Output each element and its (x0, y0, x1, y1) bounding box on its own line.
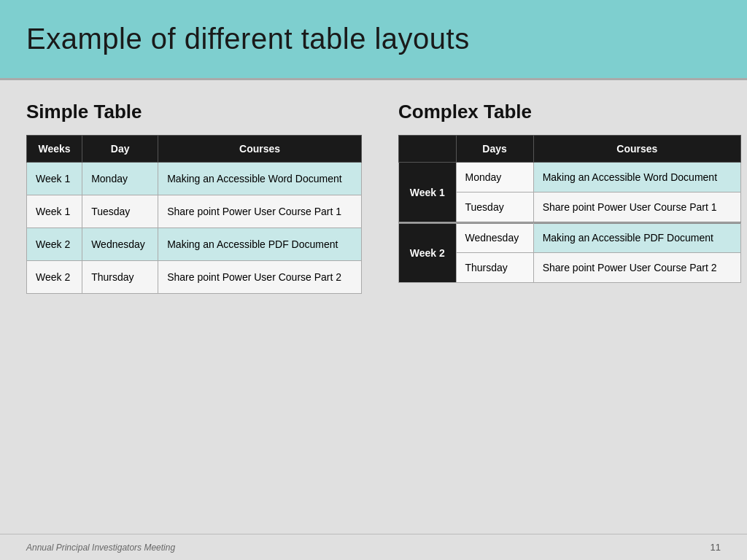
complex-col-empty (399, 136, 457, 163)
complex-table-header-row: Days Courses (399, 136, 741, 163)
table-cell: Making an Accessible PDF Document (158, 228, 362, 261)
table-cell: Week 1 (27, 163, 82, 195)
table-cell: Week 2 (27, 228, 82, 261)
table-cell: Thursday (82, 261, 158, 294)
table-cell: Share point Power User Course Part 2 (158, 261, 362, 294)
slide-title: Example of different table layouts (26, 23, 470, 55)
complex-week-cell: Week 1 (399, 163, 457, 223)
table-row: Week 2WednesdayMaking an Accessible PDF … (399, 223, 741, 253)
complex-col-courses: Courses (533, 136, 740, 163)
complex-table-section: Complex Table Days Courses Week 1MondayM… (398, 101, 741, 526)
table-cell: Tuesday (82, 195, 158, 228)
complex-table: Days Courses Week 1MondayMaking an Acces… (398, 135, 741, 283)
complex-course-cell: Making an Accessible PDF Document (533, 223, 740, 253)
complex-day-cell: Thursday (456, 253, 533, 283)
slide-header: Example of different table layouts (0, 0, 747, 80)
table-cell: Share point Power User Course Part 1 (158, 195, 362, 228)
complex-course-cell: Share point Power User Course Part 2 (533, 253, 740, 283)
complex-week-cell: Week 2 (399, 223, 457, 283)
table-row: Week 1TuesdayShare point Power User Cour… (27, 195, 362, 228)
slide-footer: Annual Principal Investigators Meeting 1… (0, 534, 747, 560)
complex-table-title: Complex Table (398, 101, 741, 123)
complex-course-cell: Making an Accessible Word Document (533, 163, 740, 192)
table-row: Week 1MondayMaking an Accessible Word Do… (27, 163, 362, 195)
table-cell: Wednesday (82, 228, 158, 261)
table-cell: Monday (82, 163, 158, 195)
table-row: Week 2WednesdayMaking an Accessible PDF … (27, 228, 362, 261)
simple-table-header-row: Weeks Day Courses (27, 136, 362, 163)
complex-day-cell: Tuesday (456, 192, 533, 223)
table-cell: Week 1 (27, 195, 82, 228)
complex-day-cell: Wednesday (456, 223, 533, 253)
footer-text: Annual Principal Investigators Meeting (26, 542, 175, 553)
simple-table-title: Simple Table (26, 101, 376, 123)
simple-col-day: Day (82, 136, 158, 163)
table-row: Week 1MondayMaking an Accessible Word Do… (399, 163, 741, 192)
complex-day-cell: Monday (456, 163, 533, 192)
simple-col-courses: Courses (158, 136, 362, 163)
simple-table-section: Simple Table Weeks Day Courses Week 1Mon… (26, 101, 376, 526)
footer-page: 11 (711, 542, 721, 553)
simple-table: Weeks Day Courses Week 1MondayMaking an … (26, 135, 362, 294)
slide-content: Simple Table Weeks Day Courses Week 1Mon… (0, 80, 747, 534)
slide: Example of different table layouts Simpl… (0, 0, 747, 560)
table-cell: Week 2 (27, 261, 82, 294)
complex-course-cell: Share point Power User Course Part 1 (533, 192, 740, 223)
table-row: Week 2ThursdayShare point Power User Cou… (27, 261, 362, 294)
complex-col-days: Days (456, 136, 533, 163)
table-cell: Making an Accessible Word Document (158, 163, 362, 195)
simple-col-weeks: Weeks (27, 136, 82, 163)
